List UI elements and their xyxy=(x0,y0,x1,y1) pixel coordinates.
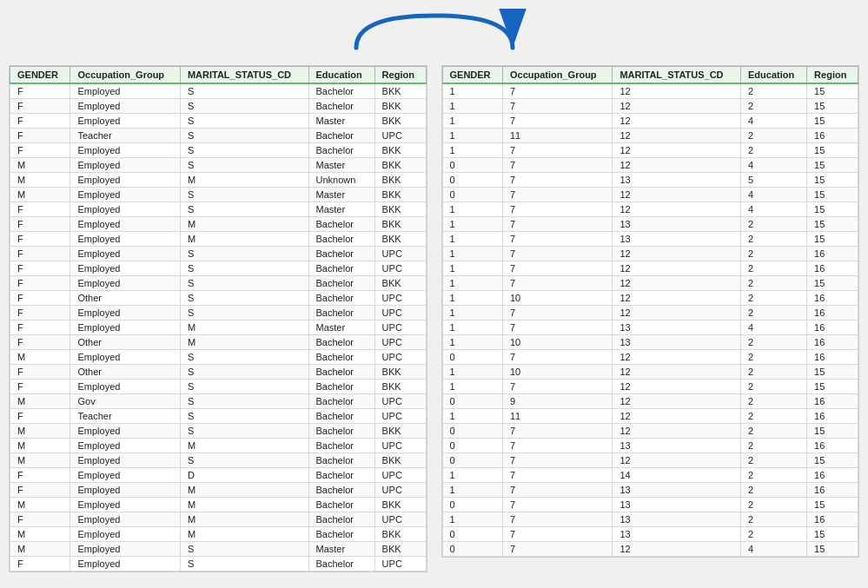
left-cell-r10-c0: F xyxy=(10,232,70,247)
right-cell-r19-c1: 10 xyxy=(502,365,612,380)
right-table-row: 1712215 xyxy=(442,143,858,158)
left-cell-r20-c3: Bachelor xyxy=(308,380,374,394)
left-table-row: FEmployedSBachelorUPC xyxy=(10,247,427,261)
left-cell-r3-c0: F xyxy=(10,129,70,143)
left-cell-r7-c3: Master xyxy=(308,188,374,202)
right-cell-r16-c3: 4 xyxy=(741,320,807,335)
right-cell-r18-c3: 2 xyxy=(741,350,807,365)
left-table: GENDEROccupation_GroupMARITAL_STATUS_CDE… xyxy=(10,66,427,571)
right-cell-r15-c0: 1 xyxy=(442,306,502,320)
right-cell-r21-c2: 12 xyxy=(613,394,741,409)
right-cell-r14-c2: 12 xyxy=(613,291,741,306)
left-table-row: FEmployedSBachelorBKK xyxy=(10,276,427,291)
left-table-wrapper: GENDEROccupation_GroupMARITAL_STATUS_CDE… xyxy=(9,65,427,572)
right-cell-r9-c0: 1 xyxy=(442,217,502,232)
left-cell-r31-c0: M xyxy=(10,542,70,557)
right-cell-r26-c3: 2 xyxy=(741,468,807,483)
right-cell-r7-c4: 15 xyxy=(807,188,858,202)
right-table-row: 0912216 xyxy=(442,394,858,409)
right-cell-r29-c3: 2 xyxy=(741,512,807,527)
left-cell-r1-c4: BKK xyxy=(374,99,426,114)
left-cell-r22-c1: Teacher xyxy=(70,409,180,424)
left-cell-r8-c0: F xyxy=(10,202,70,217)
right-cell-r13-c2: 12 xyxy=(613,276,741,291)
left-cell-r25-c3: Bachelor xyxy=(308,453,374,468)
right-cell-r3-c0: 1 xyxy=(442,129,502,143)
right-cell-r20-c1: 7 xyxy=(502,380,612,394)
right-table-row: 0713216 xyxy=(442,439,858,453)
left-cell-r31-c1: Employed xyxy=(70,542,180,557)
left-cell-r0-c2: S xyxy=(180,83,308,99)
left-col-header-marital-status-cd: MARITAL_STATUS_CD xyxy=(180,67,308,84)
left-cell-r24-c4: UPC xyxy=(374,439,426,453)
right-cell-r29-c2: 13 xyxy=(613,512,741,527)
left-cell-r23-c3: Bachelor xyxy=(308,424,374,439)
right-cell-r30-c2: 13 xyxy=(613,527,741,542)
left-cell-r25-c0: M xyxy=(10,453,70,468)
left-cell-r22-c4: UPC xyxy=(374,409,426,424)
left-cell-r14-c0: F xyxy=(10,291,70,306)
right-cell-r21-c1: 9 xyxy=(502,394,612,409)
left-cell-r15-c4: UPC xyxy=(374,306,426,320)
right-table-wrapper: GENDEROccupation_GroupMARITAL_STATUS_CDE… xyxy=(441,65,860,558)
right-cell-r11-c2: 12 xyxy=(613,247,741,261)
left-cell-r26-c2: D xyxy=(180,468,308,483)
right-cell-r18-c1: 7 xyxy=(502,350,612,365)
left-cell-r28-c2: M xyxy=(180,498,308,512)
right-cell-r28-c2: 13 xyxy=(613,498,741,512)
left-cell-r6-c1: Employed xyxy=(70,173,180,188)
right-cell-r27-c4: 16 xyxy=(807,483,858,498)
right-table-row: 1712215 xyxy=(442,276,858,291)
left-table-row: MEmployedMBachelorBKK xyxy=(10,498,427,512)
left-cell-r9-c3: Bachelor xyxy=(308,217,374,232)
left-cell-r9-c2: M xyxy=(180,217,308,232)
right-cell-r19-c0: 1 xyxy=(442,365,502,380)
right-cell-r20-c0: 1 xyxy=(442,380,502,394)
left-cell-r14-c3: Bachelor xyxy=(308,291,374,306)
right-cell-r6-c0: 0 xyxy=(442,173,502,188)
left-cell-r17-c3: Bachelor xyxy=(308,335,374,350)
right-cell-r5-c2: 12 xyxy=(613,158,741,173)
right-cell-r10-c0: 1 xyxy=(442,232,502,247)
right-table-row: 1712215 xyxy=(442,380,858,394)
left-cell-r16-c1: Employed xyxy=(70,320,180,335)
right-cell-r6-c4: 15 xyxy=(807,173,858,188)
left-cell-r32-c3: Bachelor xyxy=(308,557,374,571)
right-cell-r0-c1: 7 xyxy=(502,83,612,99)
left-cell-r3-c4: UPC xyxy=(374,129,426,143)
right-cell-r7-c1: 7 xyxy=(502,188,612,202)
left-cell-r4-c3: Bachelor xyxy=(308,143,374,158)
left-cell-r21-c2: S xyxy=(180,394,308,409)
left-cell-r14-c1: Other xyxy=(70,291,180,306)
left-table-row: MGovSBachelorUPC xyxy=(10,394,427,409)
right-table-row: 11013216 xyxy=(442,335,858,350)
right-table-row: 1712216 xyxy=(442,261,858,276)
left-cell-r12-c1: Employed xyxy=(70,261,180,276)
left-cell-r9-c0: F xyxy=(10,217,70,232)
left-table-row: MEmployedSBachelorBKK xyxy=(10,453,427,468)
left-cell-r21-c3: Bachelor xyxy=(308,394,374,409)
left-table-row: FEmployedSBachelorUPC xyxy=(10,306,427,320)
left-cell-r13-c2: S xyxy=(180,276,308,291)
right-cell-r25-c4: 15 xyxy=(807,453,858,468)
left-cell-r32-c2: S xyxy=(180,557,308,571)
right-cell-r11-c1: 7 xyxy=(502,247,612,261)
right-table-row: 0712415 xyxy=(442,542,858,557)
left-cell-r27-c2: M xyxy=(180,483,308,498)
left-cell-r27-c1: Employed xyxy=(70,483,180,498)
left-cell-r29-c1: Employed xyxy=(70,512,180,527)
right-col-header-occupation-group: Occupation_Group xyxy=(502,67,612,84)
right-cell-r29-c4: 16 xyxy=(807,512,858,527)
right-table-row: 1713215 xyxy=(442,232,858,247)
right-cell-r4-c0: 1 xyxy=(442,143,502,158)
right-table-row: 1713216 xyxy=(442,512,858,527)
right-cell-r31-c4: 15 xyxy=(807,542,858,557)
left-cell-r28-c0: M xyxy=(10,498,70,512)
left-cell-r1-c2: S xyxy=(180,99,308,114)
right-cell-r25-c2: 12 xyxy=(613,453,741,468)
left-cell-r31-c2: S xyxy=(180,542,308,557)
left-cell-r17-c1: Other xyxy=(70,335,180,350)
right-cell-r16-c2: 13 xyxy=(613,320,741,335)
right-table-row: 0712415 xyxy=(442,188,858,202)
right-cell-r14-c3: 2 xyxy=(741,291,807,306)
